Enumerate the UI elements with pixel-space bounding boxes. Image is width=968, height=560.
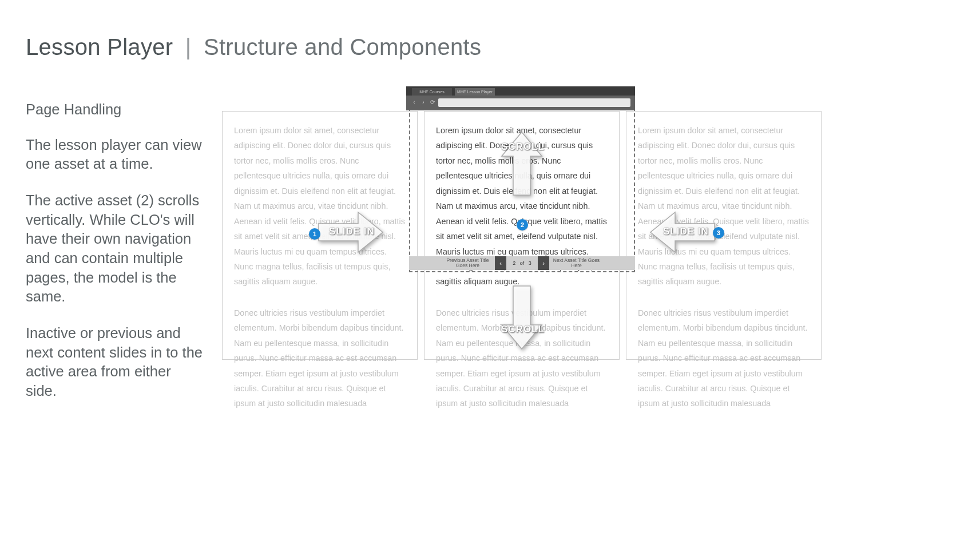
slide-in-label: SLIDE IN (663, 226, 709, 237)
url-bar[interactable] (438, 98, 630, 107)
back-icon[interactable]: ‹ (411, 99, 418, 106)
scroll-down-arrow-icon (500, 285, 543, 351)
browser-tab[interactable]: MHE Lesson Player (455, 88, 495, 96)
title-main: Lesson Player (26, 34, 173, 59)
browser-chrome: MHE Courses MHE Lesson Player ‹ › ⟳ (406, 86, 635, 110)
previous-button[interactable]: ‹ (495, 256, 506, 270)
description-column: Page Handling The lesson player can view… (26, 100, 203, 418)
placeholder-text: Lorem ipsum dolor sit amet, consectetur … (234, 123, 406, 289)
placeholder-text: Donec ultricies risus vestibulum imperdi… (234, 305, 406, 411)
reload-icon[interactable]: ⟳ (429, 99, 436, 106)
section-heading: Page Handling (26, 100, 203, 120)
page-indicator: 2 of 3 (506, 260, 538, 266)
annotation-marker-3: 3 (713, 227, 724, 239)
annotation-marker-2: 2 (517, 219, 528, 231)
chevron-left-icon: ‹ (499, 260, 502, 267)
total-pages: 3 (529, 260, 531, 266)
pagination-footer: Previous Asset Title Goes Here ‹ 2 of 3 … (409, 256, 635, 270)
browser-tabstrip: MHE Courses MHE Lesson Player (406, 86, 635, 96)
scroll-up-arrow-icon (500, 130, 543, 196)
page-title: Lesson Player | Structure and Components (26, 34, 481, 60)
slide-in-label: SLIDE IN (329, 226, 375, 237)
description-paragraph: The active asset (2) scrolls vertically.… (26, 191, 203, 307)
scroll-label: SCROLL (501, 141, 545, 153)
description-paragraph: The lesson player can view one asset at … (26, 136, 203, 174)
browser-tab[interactable]: MHE Courses (412, 88, 452, 96)
chevron-right-icon: › (542, 260, 545, 267)
scroll-label: SCROLL (501, 324, 545, 335)
description-paragraph: Inactive or previous and next content sl… (26, 324, 203, 401)
annotation-marker-1: 1 (309, 228, 320, 240)
next-button[interactable]: › (538, 256, 549, 270)
of-label: of (520, 260, 525, 266)
placeholder-text: Lorem ipsum dolor sit amet, consectetur … (638, 123, 810, 289)
browser-toolbar: ‹ › ⟳ (406, 96, 635, 110)
forward-icon[interactable]: › (420, 99, 427, 106)
placeholder-text: Donec ultricies risus vestibulum imperdi… (638, 305, 810, 411)
current-page: 2 (513, 260, 515, 266)
title-separator: | (180, 34, 197, 59)
title-sub: Structure and Components (204, 34, 481, 59)
previous-asset-label: Previous Asset Title Goes Here (441, 258, 495, 269)
next-asset-label: Next Asset Title Goes Here (549, 258, 604, 269)
